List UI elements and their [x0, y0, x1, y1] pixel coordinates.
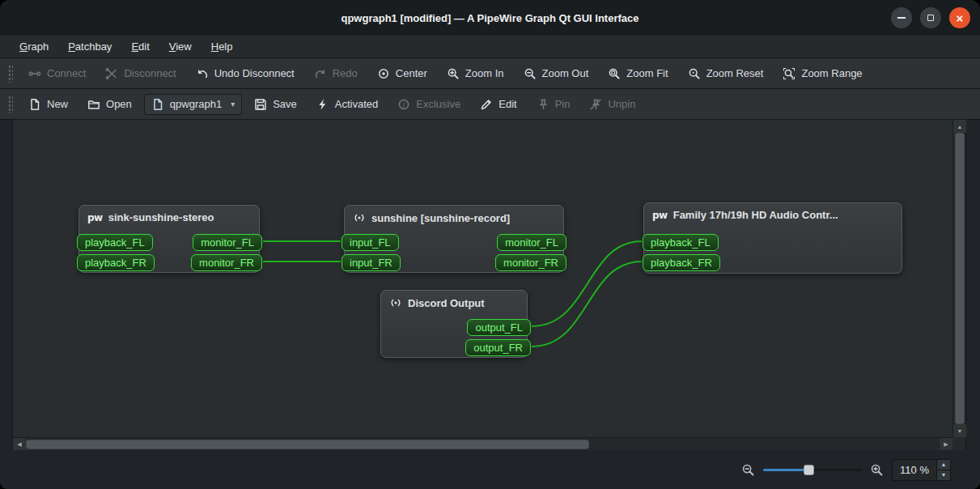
redo-icon [314, 67, 327, 80]
redo-button[interactable]: Redo [307, 63, 365, 84]
minimize-icon [897, 17, 906, 19]
port-input-fl[interactable]: input_FL [342, 234, 399, 251]
open-button[interactable]: Open [80, 94, 139, 115]
vertical-scrollbar[interactable]: ▲ ▼ [952, 120, 965, 437]
zoom-reset-button[interactable]: Zoom Reset [681, 63, 771, 84]
port-playback-fl[interactable]: playback_FL [77, 234, 153, 251]
application-icon [353, 211, 366, 224]
session-combo-value: qpwgraph1 [170, 98, 222, 110]
menubar: Graph Patchbay Edit View Help [0, 36, 980, 58]
pipewire-icon: pw [652, 210, 668, 221]
zoom-slider-handle[interactable] [804, 465, 814, 475]
save-icon [254, 98, 267, 111]
close-icon: × [957, 12, 964, 24]
session-file-icon [151, 98, 164, 111]
scroll-down-arrow[interactable]: ▼ [953, 424, 966, 437]
scroll-up-arrow[interactable]: ▲ [953, 120, 966, 133]
pipewire-icon: pw [87, 212, 103, 223]
zoom-range-button[interactable]: Zoom Range [775, 63, 869, 84]
node-title: Family 17h/19h HD Audio Contr... [673, 209, 838, 221]
exclusive-toggle[interactable]: f Exclusive [390, 94, 468, 115]
disconnect-button[interactable]: Disconnect [98, 63, 183, 84]
zoom-out-button[interactable]: Zoom Out [516, 63, 596, 84]
application-icon [389, 296, 402, 309]
zoom-in-button[interactable]: Zoom In [439, 63, 511, 84]
toolbar-drag-handle[interactable] [8, 65, 13, 83]
cable-outputFR-playbackFR[interactable] [532, 262, 642, 347]
vertical-scrollbar-thumb[interactable] [955, 133, 965, 424]
zoom-in-small-icon [870, 463, 884, 477]
new-file-icon [28, 98, 41, 111]
new-button[interactable]: New [21, 94, 75, 115]
graph-canvas[interactable]: pw sink-sunshine-stereo playback_FL play… [13, 120, 952, 437]
pin-icon [537, 98, 549, 111]
window-title: qpwgraph1 [modified] — A PipeWire Graph … [0, 12, 980, 24]
port-monitor-fr[interactable]: monitor_FR [191, 254, 262, 271]
node-discord-output[interactable]: Discord Output output_FL output_FR [380, 290, 528, 358]
scroll-left-arrow[interactable]: ◀ [13, 438, 26, 451]
port-output-fr[interactable]: output_FR [465, 339, 531, 356]
port-playback-fr[interactable]: playback_FR [643, 254, 720, 271]
port-monitor-fl[interactable]: monitor_FL [193, 234, 262, 251]
unpin-icon [589, 98, 602, 111]
zoom-out-small-icon [741, 463, 755, 477]
open-folder-icon [87, 98, 100, 111]
undo-disconnect-button[interactable]: Undo Disconnect [189, 63, 302, 84]
svg-text:f: f [403, 100, 406, 108]
menu-help[interactable]: Help [203, 38, 241, 55]
node-title: Discord Output [408, 297, 485, 309]
toolbar-drag-handle[interactable] [8, 96, 13, 113]
node-title: sunshine [sunshine-record] [371, 212, 510, 224]
zoom-spin-down-button[interactable]: ▼ [937, 470, 950, 480]
close-button[interactable]: × [949, 7, 970, 28]
scrollbar-corner [952, 437, 965, 450]
port-playback-fr[interactable]: playback_FR [77, 254, 155, 271]
node-title: sink-sunshine-stereo [108, 211, 214, 223]
port-monitor-fl[interactable]: monitor_FL [497, 234, 566, 251]
graph-scrollarea: pw sink-sunshine-stereo playback_FL play… [13, 120, 965, 450]
menu-view[interactable]: View [161, 38, 200, 55]
menu-graph[interactable]: Graph [11, 38, 57, 55]
cable-layer [13, 120, 952, 437]
port-output-fl[interactable]: output_FL [467, 319, 531, 336]
statusbar: 110 % ▲ ▼ [0, 450, 980, 489]
disconnect-icon [105, 67, 118, 80]
connect-button[interactable]: Connect [21, 63, 93, 84]
menu-patchbay[interactable]: Patchbay [60, 38, 120, 55]
node-sink-sunshine-stereo[interactable]: pw sink-sunshine-stereo playback_FL play… [78, 205, 260, 273]
scroll-right-arrow[interactable]: ▶ [940, 438, 952, 451]
pin-button[interactable]: Pin [529, 94, 578, 115]
center-icon [377, 67, 390, 80]
undo-icon [196, 67, 209, 80]
zoom-slider-fill [763, 469, 807, 471]
unpin-button[interactable]: Unpin [582, 94, 643, 115]
session-combo[interactable]: qpwgraph1 ▾ [144, 94, 242, 115]
zoom-slider[interactable] [763, 463, 862, 476]
port-monitor-fr[interactable]: monitor_FR [495, 254, 566, 271]
port-input-fr[interactable]: input_FR [342, 254, 401, 271]
horizontal-scrollbar-thumb[interactable] [26, 440, 589, 449]
menu-edit[interactable]: Edit [123, 38, 157, 55]
zoom-fit-button[interactable]: Zoom Fit [600, 63, 675, 84]
activated-toggle[interactable]: Activated [309, 94, 385, 115]
zoom-spinbox[interactable]: 110 % ▲ ▼ [892, 459, 951, 481]
zoom-value[interactable]: 110 % [893, 460, 936, 480]
horizontal-scrollbar[interactable]: ◀ ▶ [13, 437, 952, 450]
zoom-spin-up-button[interactable]: ▲ [937, 460, 950, 470]
pencil-icon [480, 98, 493, 111]
minimize-button[interactable] [891, 7, 912, 28]
port-playback-fl[interactable]: playback_FL [643, 234, 719, 251]
zoom-out-icon [524, 67, 537, 80]
maximize-icon [927, 15, 934, 21]
exclusive-icon: f [397, 98, 410, 111]
zoom-fit-icon [608, 67, 621, 80]
titlebar[interactable]: qpwgraph1 [modified] — A PipeWire Graph … [0, 0, 980, 36]
maximize-button[interactable] [920, 7, 941, 28]
center-button[interactable]: Center [370, 63, 435, 84]
save-button[interactable]: Save [247, 94, 304, 115]
zoom-range-icon [783, 67, 795, 80]
node-sunshine-record[interactable]: sunshine [sunshine-record] input_FL inpu… [344, 205, 564, 273]
node-family-hd-audio[interactable]: pw Family 17h/19h HD Audio Contr... play… [643, 202, 902, 274]
edit-toggle[interactable]: Edit [473, 94, 524, 115]
app-window: qpwgraph1 [modified] — A PipeWire Graph … [0, 0, 980, 489]
